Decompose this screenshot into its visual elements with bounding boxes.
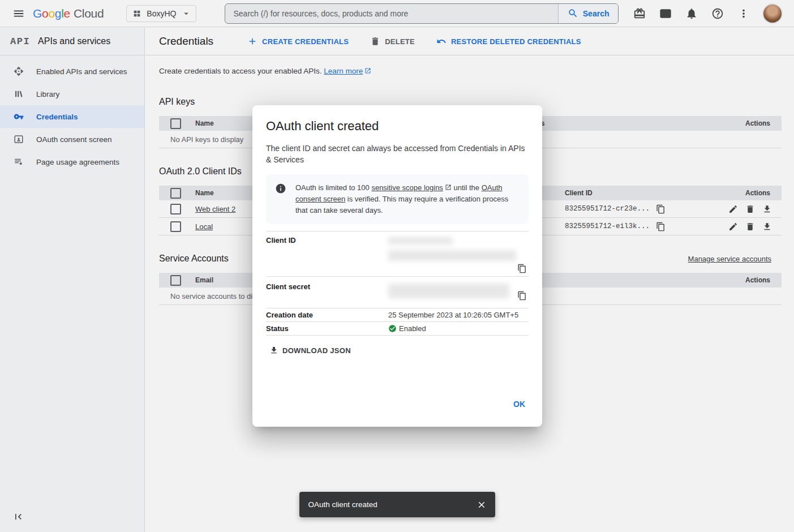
status-value: Enabled: [399, 324, 426, 333]
status-row: Status Enabled: [266, 322, 529, 336]
client-secret-label: Client secret: [266, 282, 388, 303]
oauth-client-created-dialog: OAuth client created The client ID and s…: [252, 105, 542, 427]
dialog-notice: OAuth is limited to 100 sensitive scope …: [266, 174, 529, 224]
copy-icon: [517, 291, 527, 301]
status-label: Status: [266, 324, 388, 333]
ok-button[interactable]: OK: [510, 395, 529, 413]
client-secret-row: Client secret: [266, 277, 529, 308]
info-icon: [275, 183, 286, 194]
client-id-redacted-line: [388, 250, 516, 261]
sensitive-scope-logins-link[interactable]: sensitive scope logins: [371, 183, 451, 192]
download-icon: [269, 346, 278, 355]
dialog-fields: Client ID Client secret Creation date 25…: [266, 231, 529, 336]
copy-icon: [517, 264, 527, 273]
external-link-icon: [445, 184, 452, 191]
google-cloud-console: Google Cloud BoxyHQ Search: [0, 0, 794, 532]
client-secret-redacted: [388, 284, 509, 298]
client-id-row: Client ID: [266, 231, 529, 277]
creation-date-row: Creation date 25 September 2023 at 10:26…: [266, 308, 529, 322]
client-id-label: Client ID: [266, 236, 388, 276]
snackbar-close-button[interactable]: [471, 495, 492, 515]
notice-text: OAuth is limited to 100 sensitive scope …: [295, 182, 520, 216]
copy-client-id-button[interactable]: [515, 261, 529, 275]
client-id-redacted-line: [388, 237, 453, 244]
download-json-button[interactable]: DOWNLOAD JSON: [265, 342, 355, 358]
close-icon: [477, 500, 487, 510]
dialog-description: The client ID and secret can always be a…: [266, 143, 529, 165]
snackbar: OAuth client created: [299, 492, 495, 517]
creation-date-label: Creation date: [266, 311, 388, 319]
dialog-title: OAuth client created: [266, 119, 529, 134]
check-circle-icon: [388, 324, 397, 333]
dialog-footer: OK: [266, 395, 529, 413]
copy-client-secret-button[interactable]: [515, 289, 529, 302]
creation-date-value: 25 September 2023 at 10:26:05 GMT+5: [388, 311, 529, 319]
snackbar-message: OAuth client created: [308, 500, 471, 509]
